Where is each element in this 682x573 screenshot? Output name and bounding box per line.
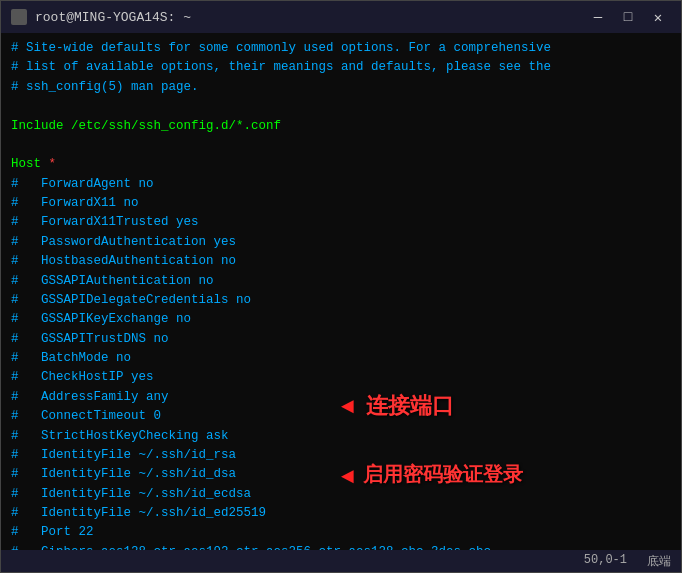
line-blank-2 (11, 136, 671, 155)
line-3: # ssh_config(5) man page. (11, 78, 671, 97)
line-fw-x11: # ForwardX11 no (11, 194, 671, 213)
line-fw-x11t: # ForwardX11Trusted yes (11, 213, 671, 232)
close-button[interactable]: ✕ (645, 7, 671, 27)
line-strict: # StrictHostKeyChecking ask (11, 427, 671, 446)
line-2: # list of available options, their meani… (11, 58, 671, 77)
line-check: # CheckHostIP yes (11, 368, 671, 387)
titlebar: root@MING-YOGA14S: ~ — □ ✕ (1, 1, 681, 33)
line-fw-agent: # ForwardAgent no (11, 175, 671, 194)
line-hb-auth: # HostbasedAuthentication no (11, 252, 671, 271)
line-ciphers: # Ciphers aes128-ctr,aes192-ctr,aes256-c… (11, 543, 671, 550)
line-id-ed: # IdentityFile ~/.ssh/id_ed25519 (11, 504, 671, 523)
cursor-position: 50,0-1 (584, 553, 627, 570)
line-gss-kex: # GSSAPIKeyExchange no (11, 310, 671, 329)
window-title: root@MING-YOGA14S: ~ (35, 10, 191, 25)
line-port-c: # Port 22 (11, 523, 671, 542)
terminal-window: root@MING-YOGA14S: ~ — □ ✕ # Site-wide d… (0, 0, 682, 573)
terminal-body[interactable]: # Site-wide defaults for some commonly u… (1, 33, 681, 550)
line-pw-auth: # PasswordAuthentication yes (11, 233, 671, 252)
window-controls: — □ ✕ (585, 7, 671, 27)
line-gss-dns: # GSSAPITrustDNS no (11, 330, 671, 349)
line-include: Include /etc/ssh/ssh_config.d/*.conf (11, 117, 671, 136)
minimize-button[interactable]: — (585, 7, 611, 27)
app-icon (11, 9, 27, 25)
line-id-rsa: # IdentityFile ~/.ssh/id_rsa (11, 446, 671, 465)
line-blank-1 (11, 97, 671, 116)
line-batch: # BatchMode no (11, 349, 671, 368)
status-mode: 底端 (647, 553, 671, 570)
titlebar-left: root@MING-YOGA14S: ~ (11, 9, 191, 25)
statusbar-right: 50,0-1 底端 (584, 553, 671, 570)
line-gss-auth: # GSSAPIAuthentication no (11, 272, 671, 291)
line-1: # Site-wide defaults for some commonly u… (11, 39, 671, 58)
line-host: Host * (11, 155, 671, 174)
annotation-password: 启用密码验证登录 (363, 461, 523, 488)
line-gss-del: # GSSAPIDelegateCredentials no (11, 291, 671, 310)
statusbar: 50,0-1 底端 (1, 550, 681, 572)
arrow-password: ◄ (341, 465, 354, 490)
arrow-port: ◄ (341, 395, 354, 420)
annotation-port: 连接端口 (366, 391, 454, 421)
maximize-button[interactable]: □ (615, 7, 641, 27)
